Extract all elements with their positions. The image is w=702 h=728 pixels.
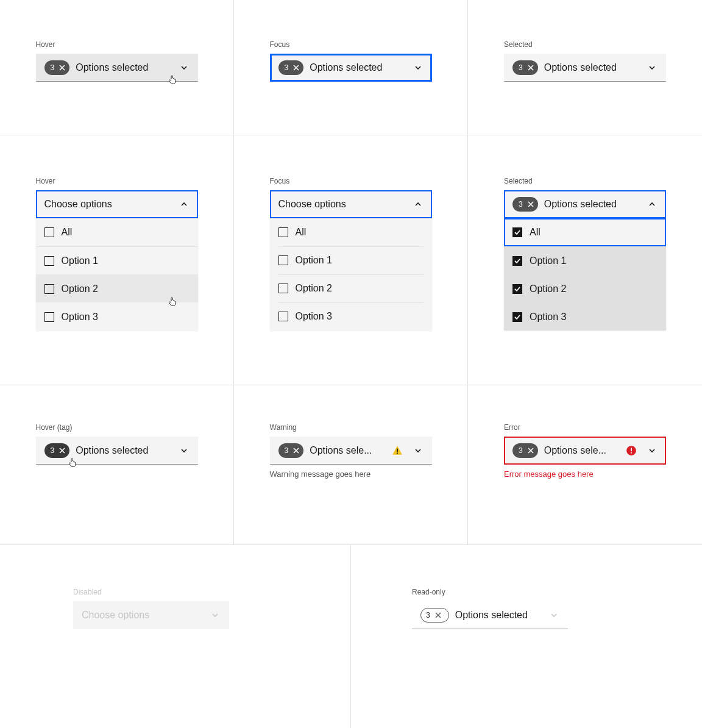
multiselect-warning[interactable]: 3 Options sele... — [270, 437, 432, 465]
state-label: Warning — [270, 423, 432, 432]
chevron-down-icon — [179, 445, 190, 456]
option-1[interactable]: Option 1 — [36, 246, 198, 274]
multiselect-placeholder: Choose options — [82, 610, 204, 621]
count-tag[interactable]: 3 — [44, 60, 70, 75]
close-icon — [433, 610, 444, 621]
option-label: Option 1 — [530, 255, 566, 266]
option-label: Option 1 — [296, 255, 332, 266]
options-menu: All Option 1 Option 2 Option 3 — [270, 218, 432, 330]
count-tag[interactable]: 3 — [278, 443, 304, 458]
multiselect-focus[interactable]: 3 Options selected — [270, 54, 432, 82]
close-icon[interactable] — [525, 445, 536, 456]
count-tag[interactable]: 3 — [278, 60, 304, 75]
option-2[interactable]: Option 2 — [504, 274, 666, 302]
multiselect-open-focus[interactable]: Choose options — [270, 190, 432, 218]
count-tag[interactable]: 3 — [44, 443, 70, 458]
tag-count: 3 — [285, 446, 289, 455]
option-label: All — [530, 227, 541, 238]
checkbox[interactable] — [278, 255, 288, 265]
tag-count: 3 — [51, 63, 55, 72]
chevron-down-icon — [210, 610, 221, 621]
checkbox-checked[interactable] — [512, 284, 522, 294]
state-label: Focus — [270, 177, 432, 185]
option-label: Option 2 — [62, 284, 98, 294]
option-1[interactable]: Option 1 — [270, 246, 432, 274]
close-icon[interactable] — [291, 445, 302, 456]
chevron-down-icon — [647, 62, 658, 73]
chevron-down-icon — [647, 445, 658, 456]
close-icon[interactable] — [291, 62, 302, 73]
multiselect-selected[interactable]: 3 Options selected — [504, 54, 666, 82]
count-tag[interactable]: 3 — [512, 443, 538, 458]
state-label: Focus — [270, 40, 432, 49]
cursor-hand-icon — [68, 456, 80, 468]
checkbox-checked[interactable] — [512, 312, 522, 322]
state-label: Selected — [504, 177, 666, 185]
warning-message: Warning message goes here — [270, 469, 432, 479]
options-menu: All Option 1 Option 2 Option 3 — [36, 218, 198, 330]
checkbox[interactable] — [44, 312, 54, 322]
count-tag-readonly: 3 — [420, 608, 449, 623]
checkbox[interactable] — [278, 227, 288, 237]
checkbox[interactable] — [44, 256, 54, 266]
tag-count: 3 — [285, 63, 289, 72]
chevron-down-icon — [548, 610, 559, 621]
checkbox[interactable] — [278, 284, 288, 293]
multiselect-label: Options sele... — [310, 445, 385, 456]
checkbox[interactable] — [278, 312, 288, 321]
multiselect-tag-hover[interactable]: 3 Options selected — [36, 437, 198, 465]
state-label: Error — [504, 423, 666, 432]
error-icon — [626, 445, 637, 456]
close-icon[interactable] — [525, 199, 536, 210]
option-3[interactable]: Option 3 — [270, 302, 432, 330]
error-message: Error message goes here — [504, 469, 666, 479]
option-all[interactable]: All — [504, 218, 666, 246]
count-tag[interactable]: 3 — [512, 197, 538, 212]
checkbox-checked[interactable] — [512, 256, 522, 266]
option-label: Option 3 — [62, 312, 98, 323]
checkbox[interactable] — [44, 284, 54, 294]
chevron-up-icon — [179, 199, 190, 210]
state-label: Hover — [36, 177, 198, 185]
chevron-down-icon — [413, 445, 424, 456]
cursor-hand-icon — [168, 73, 180, 85]
state-label: Disabled — [73, 588, 229, 596]
option-2[interactable]: Option 2 — [270, 274, 432, 302]
multiselect-placeholder: Choose options — [278, 199, 406, 210]
multiselect-placeholder: Choose options — [44, 199, 172, 210]
multiselect-label: Options sele... — [544, 445, 620, 456]
chevron-up-icon — [413, 199, 424, 210]
multiselect-open-hover[interactable]: Choose options — [36, 190, 198, 218]
multiselect-label: Options selected — [310, 62, 406, 73]
tag-count: 3 — [519, 200, 523, 209]
close-icon[interactable] — [57, 445, 68, 456]
cursor-hand-icon — [168, 295, 180, 307]
tag-count: 3 — [426, 611, 430, 619]
close-icon[interactable] — [525, 62, 536, 73]
option-3[interactable]: Option 3 — [504, 302, 666, 330]
chevron-down-icon — [179, 62, 190, 73]
option-1[interactable]: Option 1 — [504, 246, 666, 274]
option-all[interactable]: All — [36, 218, 198, 246]
state-label: Read-only — [412, 588, 568, 596]
tag-count: 3 — [51, 446, 55, 455]
tag-count: 3 — [519, 446, 523, 455]
multiselect-disabled: Choose options — [73, 601, 229, 629]
multiselect-error[interactable]: 3 Options sele... — [504, 437, 666, 465]
multiselect-open-selected[interactable]: 3 Options selected — [504, 190, 666, 218]
checkbox[interactable] — [44, 227, 54, 237]
chevron-down-icon — [413, 62, 424, 73]
multiselect-label: Options selected — [455, 610, 542, 621]
multiselect-label: Options selected — [544, 62, 640, 73]
count-tag[interactable]: 3 — [512, 60, 538, 75]
close-icon[interactable] — [57, 62, 68, 73]
checkbox-checked[interactable] — [512, 227, 522, 237]
multiselect-label: Options selected — [544, 199, 640, 210]
option-all[interactable]: All — [270, 218, 432, 246]
option-label: Option 2 — [530, 284, 566, 294]
warning-icon — [392, 445, 403, 456]
options-menu: All Option 1 Option 2 Option 3 — [504, 218, 666, 330]
state-label: Hover — [36, 40, 198, 49]
chevron-up-icon — [647, 199, 658, 210]
option-label: All — [296, 227, 307, 238]
